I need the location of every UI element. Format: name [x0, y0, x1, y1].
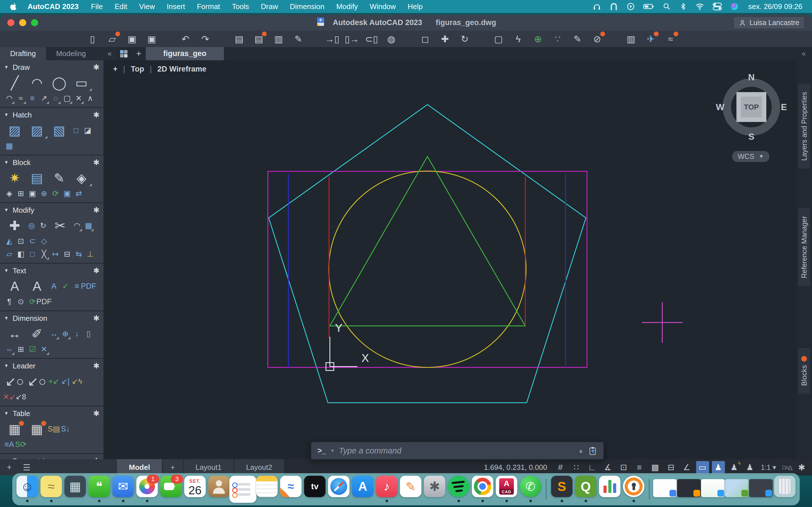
rectangle-tool[interactable]: ▭	[71, 74, 92, 91]
boundary-tool[interactable]: □	[71, 124, 82, 136]
wave-app-dock-icon[interactable]: ≈	[280, 476, 302, 503]
minimized-mail-window-dock-icon[interactable]	[654, 476, 676, 503]
command-options-caret[interactable]: ▾	[331, 448, 334, 454]
hatch-tool[interactable]: ▨	[4, 122, 26, 139]
multiline-tool[interactable]: ≡	[27, 93, 38, 104]
block-editor-tool[interactable]: ✎	[49, 170, 70, 186]
minimized-files-window-dock-icon[interactable]	[750, 476, 772, 503]
finder-dock-icon[interactable]: ☺	[16, 476, 38, 503]
visual-style-control[interactable]: 2D Wireframe	[157, 65, 206, 73]
linear-dimension-tool[interactable]: ↔	[49, 328, 59, 340]
purge-tool[interactable]: ⊥	[85, 248, 96, 260]
drawing-grid-icon[interactable]	[116, 47, 132, 60]
safari-dock-icon[interactable]	[328, 476, 350, 503]
section-header-dimension[interactable]: ▼Dimension✱	[4, 313, 100, 324]
circle-tool[interactable]: ◯	[49, 74, 70, 91]
qgis-dock-icon[interactable]: Q	[575, 476, 597, 503]
menu-window[interactable]: Window	[370, 2, 396, 11]
break-tool[interactable]: ╳	[39, 248, 49, 260]
swap-tool[interactable]: ⇆	[73, 248, 84, 260]
import-button[interactable]: →▯	[324, 32, 340, 46]
attach-button[interactable]: ⊂▯	[364, 32, 379, 46]
align-leaders-tool[interactable]: ↙|	[60, 376, 71, 387]
dimension-check-tool[interactable]: ☑	[27, 343, 38, 355]
drawing-tab-figuras-geo[interactable]: figuras_geo	[146, 47, 224, 60]
tab-bar-collapse-button[interactable]: «	[802, 47, 812, 60]
stickies-dock-icon[interactable]: ≈	[40, 476, 62, 503]
command-clipboard-icon[interactable]	[589, 446, 597, 455]
share-button[interactable]: ✈	[643, 32, 659, 46]
headphones-icon[interactable]	[593, 2, 601, 11]
messages-dock-icon[interactable]: ❝	[88, 476, 110, 503]
new-drawing-tab-button[interactable]: +	[132, 47, 146, 60]
text-underline-tool[interactable]: A	[49, 280, 59, 292]
spline-tool[interactable]: ≈	[15, 93, 26, 104]
trim-tool[interactable]: ✂	[49, 217, 71, 234]
layers-and-properties-tab[interactable]: Layers and Properties	[798, 84, 810, 169]
section-header-modify[interactable]: ▼Modify✱	[4, 204, 100, 216]
command-history-button[interactable]: ▲	[578, 448, 583, 454]
siri-icon[interactable]	[730, 2, 739, 11]
numbers-dock-icon[interactable]	[599, 476, 621, 503]
minimized-sheet-window-dock-icon[interactable]	[702, 476, 724, 503]
explode-tool[interactable]: ◇	[39, 235, 49, 247]
add-leader-tool[interactable]: +↙	[49, 376, 59, 387]
mirror-tool[interactable]: ◭	[4, 235, 15, 247]
annotation-tools-button[interactable]: ✎	[569, 32, 585, 46]
bluetooth-icon[interactable]	[679, 2, 687, 11]
workspace-switching-button[interactable]: □○△	[781, 461, 794, 473]
menu-view[interactable]: View	[139, 2, 155, 11]
section-header-hatch[interactable]: ▼Hatch✱	[4, 109, 100, 121]
menu-dimension[interactable]: Dimension	[290, 2, 324, 11]
pages-dock-icon[interactable]: ✎	[400, 476, 422, 503]
arch-app-icon[interactable]	[610, 2, 618, 11]
match-text-tool[interactable]: A	[26, 278, 48, 295]
control-center-icon[interactable]	[713, 2, 722, 11]
tab-drafting[interactable]: Drafting	[0, 47, 46, 60]
palette-collapse-button[interactable]: «	[103, 47, 116, 60]
match-leader-tool[interactable]: ↙○	[26, 373, 48, 390]
section-header-parametric[interactable]: ▼Parametric✱	[4, 455, 100, 459]
command-line[interactable]: >_ ▾ Type a command ▲	[311, 442, 604, 460]
mtext-tool[interactable]: A	[4, 278, 26, 295]
insert-point-tool[interactable]: ⊕	[39, 187, 49, 200]
object-snap-toggle[interactable]: ⊡	[617, 461, 630, 473]
rotate-tool[interactable]: ↻	[38, 220, 49, 231]
save-as-button[interactable]: ▣	[144, 32, 160, 46]
redo-button[interactable]: ↷	[197, 32, 213, 46]
gear-icon[interactable]: ✱	[93, 314, 100, 323]
section-header-draw[interactable]: ▼Draw✱	[4, 61, 100, 73]
gear-icon[interactable]: ✱	[93, 63, 100, 72]
reference-manager-tab[interactable]: Reference Manager	[798, 208, 810, 286]
annotation-scale-display-toggle[interactable]: ♟	[744, 461, 756, 473]
region-tool[interactable]: ▦	[4, 140, 15, 152]
match-dimension-tool[interactable]: ✐	[26, 325, 48, 342]
scale-tool[interactable]: □	[27, 248, 38, 260]
gradient-tool[interactable]: ▧	[49, 122, 70, 139]
create-block-tool[interactable]: ▤	[26, 170, 48, 186]
copy-tool[interactable]: ◎	[26, 220, 37, 231]
gear-icon[interactable]: ✱	[93, 457, 100, 459]
line-tool[interactable]: ╱	[4, 74, 26, 91]
close-window-button[interactable]	[7, 19, 14, 26]
download-sheet-tool[interactable]: S↓	[60, 423, 71, 435]
write-block-tool[interactable]: ▣	[27, 187, 38, 200]
customization-gear-icon[interactable]: ✱	[798, 462, 805, 472]
fillet-tool[interactable]: ◠	[71, 220, 82, 231]
save-button[interactable]: ▣	[124, 32, 140, 46]
remove-leader-tool[interactable]: ✕↙	[4, 391, 15, 403]
minimize-window-button[interactable]	[19, 19, 26, 26]
viewport-menu-button[interactable]: +	[113, 65, 117, 73]
section-header-table[interactable]: ▼Table✱	[4, 407, 100, 419]
wifi-icon[interactable]	[695, 2, 704, 11]
center-mark-tool[interactable]: ⊕	[60, 328, 71, 340]
menu-edit[interactable]: Edit	[115, 2, 128, 11]
openvpn-dock-icon[interactable]	[623, 476, 645, 503]
autocad-dock-icon[interactable]: ACAD	[496, 476, 518, 503]
continue-dimension-tool[interactable]: ⇔	[4, 343, 15, 355]
menu-bar-clock[interactable]: sex. 26/09 09:26	[748, 2, 802, 11]
gear-icon[interactable]: ✱	[93, 266, 100, 275]
menu-tools[interactable]: Tools	[232, 2, 249, 11]
gear-icon[interactable]: ✱	[93, 361, 100, 371]
drawing-canvas[interactable]: Y X + | Top | 2D Wireframe N S W E TOP W…	[103, 60, 797, 459]
